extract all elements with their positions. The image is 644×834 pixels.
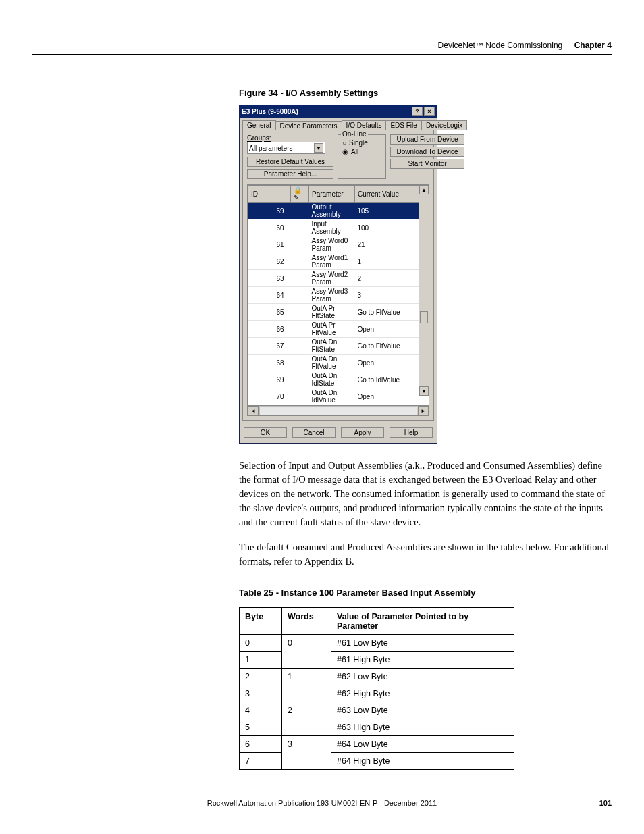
radio-off-icon: ○ — [342, 139, 346, 147]
table-row[interactable]: 66OutA Pr FltValueOpen — [248, 321, 419, 338]
cell-value: #62 High Byte — [331, 685, 514, 702]
tab-general[interactable]: General — [242, 120, 276, 130]
cell-param: Assy Word0 Param — [309, 236, 355, 253]
cell-param: OutA Dn FltValue — [309, 355, 355, 371]
scroll-up-icon[interactable]: ▲ — [419, 185, 429, 194]
cell-words: 3 — [282, 736, 331, 770]
window-close-button[interactable]: × — [424, 107, 435, 116]
cancel-button[interactable]: Cancel — [292, 427, 336, 438]
cell-icons — [291, 287, 309, 304]
table-row: 7#64 High Byte — [240, 753, 514, 770]
dialog-titlebar[interactable]: E3 Plus (9-5000A) ? × — [240, 105, 437, 118]
cell-value: Go to FltValue — [355, 304, 419, 321]
table-row[interactable]: 65OutA Pr FltStateGo to FltValue — [248, 304, 419, 321]
horizontal-scrollbar[interactable]: ◄ ► — [248, 405, 429, 415]
restore-defaults-button[interactable]: Restore Default Values — [247, 157, 333, 167]
table-caption: Table 25 - Instance 100 Parameter Based … — [239, 588, 612, 598]
table-row[interactable]: 62Assy Word1 Param1 — [248, 253, 419, 270]
table-row: 1#61 High Byte — [240, 652, 514, 669]
table-row[interactable]: 69OutA Dn IdlStateGo to IdlValue — [248, 371, 419, 388]
th-byte: Byte — [240, 608, 282, 635]
cell-icons — [291, 355, 309, 371]
col-icons[interactable]: 🔒 ✎ — [291, 186, 309, 203]
table-row[interactable]: 67OutA Dn FltStateGo to FltValue — [248, 338, 419, 355]
radio-all[interactable]: ◉ All — [342, 148, 381, 155]
window-help-button[interactable]: ? — [412, 107, 423, 116]
col-parameter[interactable]: Parameter — [309, 186, 355, 203]
scroll-right-icon[interactable]: ► — [418, 406, 429, 415]
tab-eds-file[interactable]: EDS File — [385, 120, 421, 130]
table-row[interactable]: 70OutA Dn IdlValueOpen — [248, 388, 419, 405]
tab-device-parameters[interactable]: Device Parameters — [275, 121, 342, 130]
cell-icons — [291, 236, 309, 253]
cell-value: Open — [355, 321, 419, 338]
cell-param: Assy Word2 Param — [309, 270, 355, 287]
cell-icons — [291, 304, 309, 321]
cell-byte: 2 — [240, 669, 282, 685]
cell-value: 100 — [355, 219, 419, 236]
header-chapter: Chapter 4 — [574, 41, 612, 50]
tab-io-defaults[interactable]: I/O Defaults — [342, 120, 387, 130]
online-fieldset: On-Line ○ Single ◉ All — [338, 134, 386, 179]
cell-value: #63 Low Byte — [331, 702, 514, 719]
cell-icons — [291, 253, 309, 270]
tab-devicelogix[interactable]: DeviceLogix — [421, 120, 467, 130]
table-row[interactable]: 60Input Assembly100 — [248, 219, 419, 236]
table-row[interactable]: 63Assy Word2 Param2 — [248, 270, 419, 287]
scroll-thumb[interactable] — [420, 311, 428, 323]
apply-button[interactable]: Apply — [341, 427, 384, 438]
table-row[interactable]: 64Assy Word3 Param3 — [248, 287, 419, 304]
cell-value: 2 — [355, 270, 419, 287]
th-words: Words — [282, 608, 331, 635]
cell-words: 2 — [282, 702, 331, 736]
start-monitor-button[interactable]: Start Monitor — [390, 159, 464, 169]
cell-byte: 4 — [240, 702, 282, 719]
dialog-button-row: OK Cancel Apply Help — [240, 423, 437, 443]
cell-id: 68 — [248, 355, 291, 371]
cell-id: 63 — [248, 270, 291, 287]
parameter-grid: ID 🔒 ✎ Parameter Current Value 59Output … — [247, 184, 429, 416]
col-current-value[interactable]: Current Value — [355, 186, 419, 203]
cell-words: 0 — [282, 635, 331, 669]
groups-dropdown[interactable]: All parameters ▼ — [247, 142, 325, 154]
cell-icons — [291, 321, 309, 338]
help-button[interactable]: Help — [390, 427, 433, 438]
table-row[interactable]: 68OutA Dn FltValueOpen — [248, 355, 419, 371]
table-row: 63#64 Low Byte — [240, 736, 514, 753]
dialog-body: Groups: All parameters ▼ Restore Default… — [242, 130, 434, 421]
parameter-help-button[interactable]: Parameter Help... — [247, 169, 333, 179]
cell-param: Input Assembly — [309, 219, 355, 236]
cell-value: 3 — [355, 287, 419, 304]
online-legend: On-Line — [341, 130, 368, 138]
table-row[interactable]: 61Assy Word0 Param21 — [248, 236, 419, 253]
cell-id: 59 — [248, 203, 291, 219]
cell-value: 21 — [355, 236, 419, 253]
table-row[interactable]: 59Output Assembly105 — [248, 203, 419, 219]
cell-param: OutA Pr FltValue — [309, 321, 355, 338]
ok-button[interactable]: OK — [244, 427, 287, 438]
cell-param: OutA Dn IdlValue — [309, 388, 355, 405]
vertical-scrollbar[interactable]: ▲ ▼ — [419, 185, 429, 396]
scroll-left-icon[interactable]: ◄ — [248, 406, 259, 415]
download-to-device-button[interactable]: Download To Device — [390, 147, 464, 157]
cell-icons — [291, 219, 309, 236]
radio-single[interactable]: ○ Single — [342, 139, 381, 147]
dialog-tabs: General Device Parameters I/O Defaults E… — [240, 118, 437, 130]
cell-id: 69 — [248, 371, 291, 388]
cell-byte: 1 — [240, 652, 282, 669]
cell-id: 65 — [248, 304, 291, 321]
radio-on-icon: ◉ — [342, 148, 348, 155]
cell-id: 60 — [248, 219, 291, 236]
cell-param: Assy Word3 Param — [309, 287, 355, 304]
cell-id: 70 — [248, 388, 291, 405]
table-row: 3#62 High Byte — [240, 685, 514, 702]
cell-value: #61 High Byte — [331, 652, 514, 669]
upload-from-device-button[interactable]: Upload From Device — [390, 134, 464, 145]
cell-id: 67 — [248, 338, 291, 355]
cell-id: 62 — [248, 253, 291, 270]
page-header: DeviceNet™ Node Commissioning Chapter 4 — [32, 41, 612, 55]
col-id[interactable]: ID — [248, 186, 291, 203]
figure-caption: Figure 34 - I/O Assembly Settings — [239, 88, 612, 98]
scroll-down-icon[interactable]: ▼ — [419, 386, 429, 396]
groups-label: Groups: — [247, 134, 333, 142]
